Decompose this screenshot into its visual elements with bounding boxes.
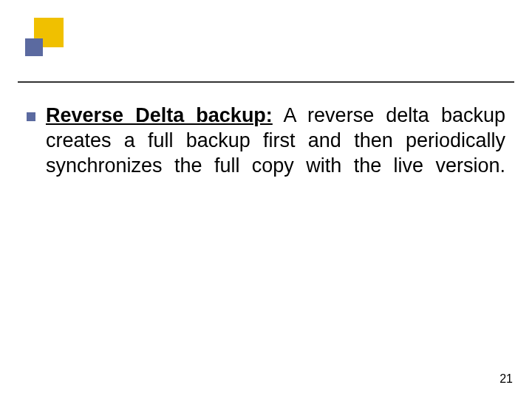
bullet-text: Reverse Delta backup: A reverse delta ba…	[46, 103, 505, 178]
page-number: 21	[499, 372, 513, 386]
bullet-item: Reverse Delta backup: A reverse delta ba…	[27, 103, 505, 178]
slide-logo	[18, 18, 65, 65]
slide: Reverse Delta backup: A reverse delta ba…	[0, 0, 532, 399]
term: Reverse Delta backup:	[46, 104, 273, 126]
logo-square-blue	[25, 38, 43, 56]
header-rule	[18, 81, 514, 83]
square-bullet-icon	[27, 112, 35, 121]
content-area: Reverse Delta backup: A reverse delta ba…	[27, 103, 505, 178]
